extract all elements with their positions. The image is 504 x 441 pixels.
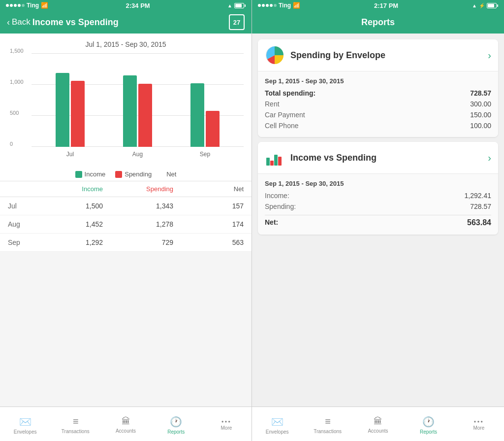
legend-income: Income [75, 170, 106, 178]
income-spending-value-2: 563.84 [467, 218, 491, 227]
income-spending-title: Income vs Spending [290, 153, 488, 163]
table-row-jul: Jul 1,500 1,343 157 [0, 197, 252, 215]
bar-group-jul [56, 73, 85, 147]
nav-envelopes-label-right: Envelopes [266, 429, 289, 435]
arrow-icon-right: ▲ [472, 3, 477, 8]
income-spending-value-0: 1,292.41 [465, 192, 492, 200]
table-row-aug: Aug 1,452 1,278 174 [0, 215, 252, 234]
bar-aug-income [123, 75, 137, 147]
battery-left [234, 3, 246, 8]
nav-more-left[interactable]: ●●● More [201, 407, 252, 441]
svg-rect-3 [274, 155, 278, 166]
td-sep-month: Sep [8, 238, 32, 246]
accounts-icon-right: 🏛 [374, 416, 382, 427]
battery-body-right [487, 3, 497, 8]
x-labels: Jul Aug Sep [32, 148, 244, 162]
r-dot1 [258, 4, 261, 7]
x-label-jul: Jul [56, 148, 85, 162]
income-spending-row-0: Income: 1,292.41 [265, 190, 491, 201]
nav-transactions-label-left: Transactions [62, 429, 90, 434]
battery-tip-left [245, 4, 246, 7]
right-signal-dots [258, 4, 277, 7]
nav-accounts-left[interactable]: 🏛 Accounts [100, 407, 151, 441]
nav-envelopes-right[interactable]: ✉️ Envelopes [252, 407, 302, 441]
spending-envelope-row-1: Rent 300.00 [265, 99, 491, 109]
svg-rect-1 [266, 158, 270, 166]
y-label-0: 0 [10, 141, 13, 147]
income-spending-header[interactable]: Income vs Spending › [258, 142, 498, 174]
legend-net-label: Net [166, 170, 176, 178]
svg-rect-4 [278, 157, 282, 166]
back-label[interactable]: Back [12, 17, 31, 27]
spending-envelope-body: Sep 1, 2015 - Sep 30, 2015 Total spendin… [258, 71, 498, 137]
r-dot5 [274, 4, 277, 7]
battery-fill-left [235, 4, 242, 7]
wifi-icon-left: 📶 [41, 2, 48, 9]
left-status-left: Ting 📶 [6, 2, 48, 9]
nav-accounts-right[interactable]: 🏛 Accounts [353, 407, 403, 441]
td-aug-net: 174 [173, 220, 244, 228]
dot1 [6, 4, 9, 7]
income-spending-row-1: Spending: 728.57 [265, 201, 491, 212]
right-bottom-nav: ✉️ Envelopes ≡ Transactions 🏛 Accounts 🕐… [252, 407, 504, 441]
income-spending-body: Sep 1, 2015 - Sep 30, 2015 Income: 1,292… [258, 174, 498, 235]
nav-accounts-label-left: Accounts [116, 428, 136, 434]
nav-transactions-right[interactable]: ≡ Transactions [302, 407, 352, 441]
battery-fill-right [488, 4, 494, 7]
income-spending-date: Sep 1, 2015 - Sep 30, 2015 [265, 180, 491, 187]
td-jul-net: 157 [173, 202, 244, 210]
right-content-spacer [258, 239, 498, 401]
envelopes-icon-left: ✉️ [19, 416, 32, 428]
spending-envelope-value-2: 150.00 [470, 111, 491, 119]
dot4 [18, 4, 21, 7]
calendar-button[interactable]: 27 [229, 14, 245, 30]
right-status-left: Ting 📶 [258, 2, 300, 9]
th-spending: Spending [103, 185, 173, 193]
nav-more-right[interactable]: ●●● More [454, 407, 504, 441]
td-jul-spending: 1,343 [103, 202, 173, 210]
nav-envelopes-left[interactable]: ✉️ Envelopes [0, 407, 50, 441]
reports-icon-left: 🕐 [170, 416, 182, 428]
dot5 [22, 4, 25, 7]
transactions-icon-left: ≡ [73, 416, 78, 427]
more-icon-right: ●●● [474, 419, 484, 424]
left-header: ‹ Back Income vs Spending 27 [0, 11, 252, 34]
calendar-day: 27 [233, 19, 240, 26]
income-spending-chevron: › [488, 152, 491, 164]
bars-container [32, 53, 244, 147]
chart-area: Jul 1, 2015 - Sep 30, 2015 1,500 1,000 5… [0, 34, 252, 166]
td-aug-spending: 1,278 [103, 220, 173, 228]
pie-chart-svg [265, 45, 284, 65]
bluetooth-icon: ⚡ [479, 3, 485, 8]
th-income: Income [32, 185, 103, 193]
spending-envelope-value-0: 728.57 [470, 89, 491, 97]
nav-envelopes-label-left: Envelopes [14, 429, 37, 435]
td-jul-month: Jul [8, 202, 32, 210]
r-dot2 [262, 4, 265, 7]
envelopes-icon-right: ✉️ [271, 416, 284, 428]
income-spending-card: Income vs Spending › Sep 1, 2015 - Sep 3… [258, 142, 498, 235]
legend-dot-spending [115, 171, 122, 178]
nav-reports-right[interactable]: 🕐 Reports [403, 407, 453, 441]
td-aug-month: Aug [8, 220, 32, 228]
r-dot3 [266, 4, 269, 7]
chart-date-range: Jul 1, 2015 - Sep 30, 2015 [8, 40, 244, 48]
accounts-icon-left: 🏛 [122, 416, 130, 427]
battery-body-left [234, 3, 244, 8]
nav-transactions-left[interactable]: ≡ Transactions [50, 407, 100, 441]
nav-accounts-label-right: Accounts [368, 428, 388, 434]
reports-icon-right: 🕐 [422, 416, 435, 428]
back-chevron-icon: ‹ [7, 17, 10, 28]
nav-reports-left[interactable]: 🕐 Reports [151, 407, 201, 441]
spending-envelope-row-0: Total spending: 728.57 [265, 88, 491, 99]
td-sep-net: 563 [173, 238, 244, 246]
spending-envelope-label-1: Rent [265, 100, 280, 108]
back-button[interactable]: ‹ Back [7, 17, 31, 28]
spending-envelope-header[interactable]: Spending by Envelope › [258, 39, 498, 71]
nav-transactions-label-right: Transactions [314, 429, 342, 434]
wifi-icon-right: 📶 [293, 2, 300, 9]
spending-envelope-row-3: Cell Phone 100.00 [265, 120, 491, 131]
spending-envelope-label-2: Car Payment [265, 111, 305, 119]
bar-jul-income [56, 73, 69, 147]
spending-envelope-row-2: Car Payment 150.00 [265, 109, 491, 120]
